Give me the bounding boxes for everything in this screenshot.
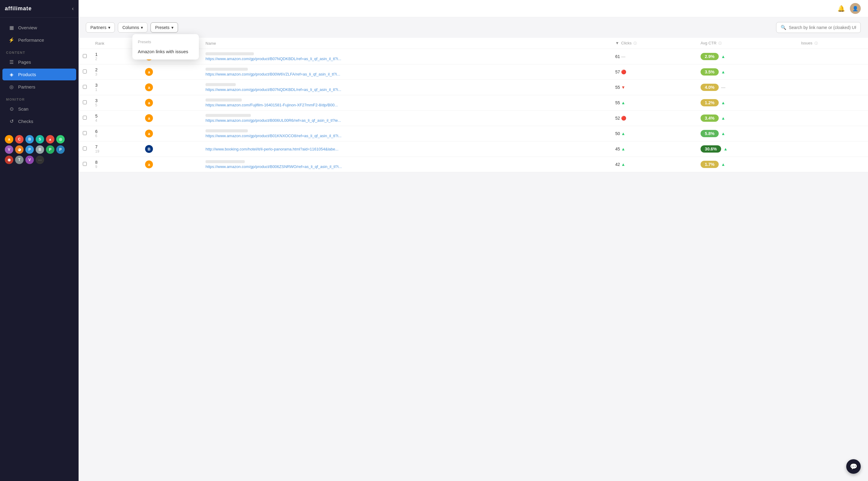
table-row: 3 5 a https://www.amazon.com/Fujifilm-16… (79, 95, 868, 110)
partner-icon-5[interactable]: ▲ (46, 135, 54, 143)
row-partner: a (141, 64, 201, 80)
sidebar-item-overview[interactable]: ▦ Overview (2, 22, 76, 34)
columns-button[interactable]: Columns ▾ (118, 22, 148, 33)
partner-icon-3[interactable]: B (25, 135, 34, 143)
partner-icon-11[interactable]: P (46, 145, 54, 154)
top-bar: 🔔 👤 (79, 0, 868, 17)
clicks-info-icon[interactable]: ⓘ (633, 41, 637, 45)
partner-icon-6[interactable]: ◎ (56, 135, 65, 143)
row-checkbox[interactable] (83, 54, 87, 58)
row-clicks: 42▲ (611, 157, 696, 172)
table-container: Partners ▾ Columns ▾ Presets ▾ Presets A… (79, 17, 868, 481)
row-clicks: 61— (611, 49, 696, 64)
checks-icon: ↺ (8, 119, 14, 124)
partner-icon-amazon[interactable]: a (5, 135, 13, 143)
row-rank: 5 4 (91, 110, 141, 126)
row-clicks: 55▼ (611, 80, 696, 95)
avg-ctr-info-icon[interactable]: ⓘ (718, 41, 722, 45)
row-rank: 7 19 (91, 141, 141, 157)
sidebar-item-performance[interactable]: ⚡ Performance (2, 34, 76, 46)
row-checkbox-cell (79, 126, 91, 141)
row-checkbox[interactable] (83, 69, 87, 73)
row-ctr: 2.9% ▲ (696, 49, 797, 64)
main-content: 🔔 👤 Partners ▾ Columns ▾ Presets ▾ Prese… (79, 0, 868, 481)
notifications-bell-icon[interactable]: 🔔 (837, 5, 845, 12)
issues-info-icon[interactable]: ⓘ (814, 41, 818, 45)
row-name-url: https://www.amazon.com/gp/product/B01KNX… (201, 126, 611, 141)
app-logo: affilimate (5, 5, 32, 12)
search-input[interactable] (789, 25, 856, 30)
partner-icon-15[interactable]: V (25, 156, 34, 164)
row-rank: 3 1 (91, 80, 141, 95)
monitor-section-label: MONITOR (0, 93, 79, 102)
row-ctr: 5.8% ▲ (696, 126, 797, 141)
sidebar-item-pages[interactable]: ☰ Pages (2, 56, 76, 68)
partner-icon-8[interactable]: ◕ (15, 145, 24, 154)
sidebar-item-partners[interactable]: ◎ Partners (2, 81, 76, 93)
partner-icon-9[interactable]: P (25, 145, 34, 154)
row-clicks: 45▲ (611, 141, 696, 157)
table-row: 6 6 a https://www.amazon.com/gp/product/… (79, 126, 868, 141)
sidebar-item-label: Products (18, 72, 36, 77)
dropdown-header: Presets (132, 37, 199, 46)
sidebar-item-checks[interactable]: ↺ Checks (2, 116, 76, 127)
row-name-url: https://www.amazon.com/gp/product/B00W6V… (201, 64, 611, 80)
row-clicks: 52🔴 (611, 110, 696, 126)
pages-icon: ☰ (8, 59, 14, 65)
row-issues (797, 157, 868, 172)
row-checkbox[interactable] (83, 85, 87, 89)
row-ctr: 30.6% ▲ (696, 141, 797, 157)
row-url-link[interactable]: https://www.amazon.com/gp/product/B006UL… (206, 118, 356, 123)
row-checkbox[interactable] (83, 131, 87, 135)
search-icon: 🔍 (781, 25, 786, 30)
row-rank: 2 3 (91, 64, 141, 80)
search-box: 🔍 (776, 22, 861, 33)
row-url-link[interactable]: https://www.amazon.com/gp/product/B07NQD… (206, 87, 356, 92)
row-checkbox[interactable] (83, 147, 87, 151)
presets-chevron-icon: ▾ (172, 25, 174, 30)
presets-button[interactable]: Presets ▾ (151, 22, 178, 33)
row-url-link[interactable]: https://www.amazon.com/gp/product/B07NQD… (206, 57, 356, 61)
row-url-link[interactable]: https://www.amazon.com/Fujifilm-16401581… (206, 103, 356, 107)
sidebar-item-products[interactable]: ◈ Products (2, 69, 76, 81)
row-ctr: 3.5% ▲ (696, 64, 797, 80)
row-ctr: 3.4% ▲ (696, 110, 797, 126)
avatar[interactable]: 👤 (850, 3, 861, 14)
presets-button-label: Presets (155, 25, 169, 30)
table-row: 2 3 a https://www.amazon.com/gp/product/… (79, 64, 868, 80)
row-checkbox[interactable] (83, 100, 87, 104)
table-row: 7 19 B http://www.booking.com/hotel/it/i… (79, 141, 868, 157)
sidebar-item-label: Scan (18, 106, 28, 111)
row-checkbox[interactable] (83, 116, 87, 120)
partner-icon-2[interactable]: C (15, 135, 24, 143)
more-partners-icon[interactable]: ··· (36, 156, 44, 164)
row-url-link[interactable]: http://www.booking.com/hotel/it/il-perlo… (206, 147, 356, 151)
partner-icon-7[interactable]: V (5, 145, 13, 154)
partner-icon-14[interactable]: T (15, 156, 24, 164)
row-url-link[interactable]: https://www.amazon.com/gp/product/B00W6V… (206, 72, 356, 76)
partner-icon-4[interactable]: S (36, 135, 44, 143)
content-section-label: CONTENT (0, 46, 79, 56)
toolbar: Partners ▾ Columns ▾ Presets ▾ Presets A… (79, 17, 868, 38)
row-checkbox-cell (79, 95, 91, 110)
partners-chevron-icon: ▾ (108, 25, 110, 30)
row-rank: 6 6 (91, 126, 141, 141)
row-issues (797, 141, 868, 157)
chat-button[interactable]: 💬 (846, 459, 861, 474)
row-url-link[interactable]: https://www.amazon.com/gp/product/B006ZS… (206, 164, 356, 169)
row-issues (797, 80, 868, 95)
collapse-button[interactable]: ‹ (72, 5, 74, 12)
row-checkbox[interactable] (83, 162, 87, 166)
row-clicks: 55▲ (611, 95, 696, 110)
sidebar-item-scan[interactable]: ⊙ Scan (2, 103, 76, 115)
row-partner: a (141, 110, 201, 126)
partner-icon-13[interactable]: ◉ (5, 156, 13, 164)
partners-button[interactable]: Partners ▾ (86, 22, 115, 33)
row-url-link[interactable]: https://www.amazon.com/gp/product/B01KNX… (206, 133, 356, 138)
dropdown-item-amazon-issues[interactable]: Amazon links with issues (132, 46, 199, 57)
sidebar-item-label: Performance (18, 37, 44, 42)
partner-icon-10[interactable]: B (36, 145, 44, 154)
partner-icon-12[interactable]: P (56, 145, 65, 154)
sidebar: affilimate ‹ ▦ Overview ⚡ Performance CO… (0, 0, 79, 481)
table-row: 3 1 a https://www.amazon.com/gp/product/… (79, 80, 868, 95)
